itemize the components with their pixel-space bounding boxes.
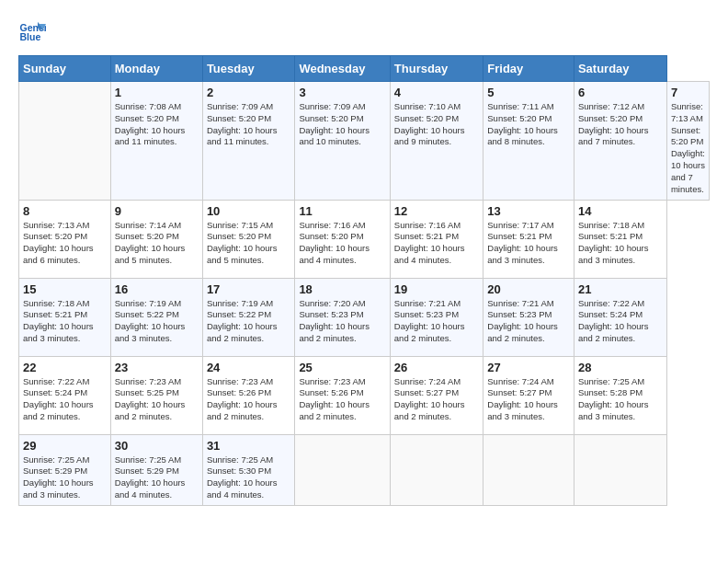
calendar-week-3: 22Sunrise: 7:22 AMSunset: 5:24 PMDayligh… xyxy=(19,356,710,434)
calendar-day-25: 25Sunrise: 7:23 AMSunset: 5:26 PMDayligh… xyxy=(295,356,390,434)
day-info: Sunrise: 7:13 AMSunset: 5:20 PMDaylight:… xyxy=(23,220,107,267)
calendar-day-1: 1Sunrise: 7:08 AMSunset: 5:20 PMDaylight… xyxy=(110,82,202,201)
calendar-day-empty xyxy=(483,434,574,505)
calendar-day-12: 12Sunrise: 7:16 AMSunset: 5:21 PMDayligh… xyxy=(390,200,483,278)
day-number: 22 xyxy=(23,361,107,374)
calendar-day-21: 21Sunrise: 7:22 AMSunset: 5:24 PMDayligh… xyxy=(574,278,666,356)
day-info: Sunrise: 7:24 AMSunset: 5:27 PMDaylight:… xyxy=(394,376,479,423)
day-info: Sunrise: 7:13 AMSunset: 5:20 PMDaylight:… xyxy=(671,101,705,196)
day-number: 19 xyxy=(394,282,479,296)
day-info: Sunrise: 7:11 AMSunset: 5:20 PMDaylight:… xyxy=(487,101,570,148)
day-number: 8 xyxy=(23,204,107,218)
day-number: 6 xyxy=(578,86,663,99)
calendar-day-14: 14Sunrise: 7:18 AMSunset: 5:21 PMDayligh… xyxy=(574,200,666,278)
day-info: Sunrise: 7:09 AMSunset: 5:20 PMDaylight:… xyxy=(299,101,385,148)
calendar-day-23: 23Sunrise: 7:23 AMSunset: 5:25 PMDayligh… xyxy=(110,356,202,434)
calendar-day-5: 5Sunrise: 7:11 AMSunset: 5:20 PMDaylight… xyxy=(483,82,574,201)
calendar-day-22: 22Sunrise: 7:22 AMSunset: 5:24 PMDayligh… xyxy=(19,356,111,434)
day-number: 13 xyxy=(487,204,570,218)
calendar-day-27: 27Sunrise: 7:24 AMSunset: 5:27 PMDayligh… xyxy=(483,356,574,434)
calendar-header-row: SundayMondayTuesdayWednesdayThursdayFrid… xyxy=(19,56,710,82)
calendar-day-6: 6Sunrise: 7:12 AMSunset: 5:20 PMDaylight… xyxy=(574,82,666,201)
day-number: 18 xyxy=(299,282,385,296)
calendar-day-20: 20Sunrise: 7:21 AMSunset: 5:23 PMDayligh… xyxy=(483,278,574,356)
calendar-day-9: 9Sunrise: 7:14 AMSunset: 5:20 PMDaylight… xyxy=(110,200,202,278)
day-number: 23 xyxy=(115,361,199,374)
day-number: 24 xyxy=(207,361,290,374)
calendar-day-19: 19Sunrise: 7:21 AMSunset: 5:23 PMDayligh… xyxy=(390,278,483,356)
calendar-day-26: 26Sunrise: 7:24 AMSunset: 5:27 PMDayligh… xyxy=(390,356,483,434)
day-info: Sunrise: 7:18 AMSunset: 5:21 PMDaylight:… xyxy=(23,298,107,345)
day-number: 27 xyxy=(487,361,570,374)
day-number: 20 xyxy=(487,282,570,296)
day-info: Sunrise: 7:25 AMSunset: 5:28 PMDaylight:… xyxy=(578,376,663,423)
day-info: Sunrise: 7:10 AMSunset: 5:20 PMDaylight:… xyxy=(394,101,479,148)
calendar-day-31: 31Sunrise: 7:25 AMSunset: 5:30 PMDayligh… xyxy=(202,434,294,505)
calendar-table: SundayMondayTuesdayWednesdayThursdayFrid… xyxy=(18,55,710,506)
day-number: 3 xyxy=(299,86,385,99)
day-number: 21 xyxy=(578,282,663,296)
day-info: Sunrise: 7:25 AMSunset: 5:30 PMDaylight:… xyxy=(207,454,290,501)
calendar-day-empty xyxy=(295,434,390,505)
day-info: Sunrise: 7:25 AMSunset: 5:29 PMDaylight:… xyxy=(115,454,199,501)
day-info: Sunrise: 7:22 AMSunset: 5:24 PMDaylight:… xyxy=(578,298,663,345)
calendar-day-4: 4Sunrise: 7:10 AMSunset: 5:20 PMDaylight… xyxy=(390,82,483,201)
day-info: Sunrise: 7:21 AMSunset: 5:23 PMDaylight:… xyxy=(394,298,479,345)
empty-cell xyxy=(19,82,111,201)
header-friday: Friday xyxy=(483,56,574,82)
header-wednesday: Wednesday xyxy=(295,56,390,82)
day-number: 30 xyxy=(115,439,199,453)
day-number: 14 xyxy=(578,204,663,218)
day-info: Sunrise: 7:16 AMSunset: 5:21 PMDaylight:… xyxy=(394,220,479,267)
day-number: 1 xyxy=(115,86,199,99)
logo-icon: General Blue xyxy=(18,18,46,46)
day-info: Sunrise: 7:23 AMSunset: 5:25 PMDaylight:… xyxy=(115,376,199,423)
day-number: 2 xyxy=(207,86,290,99)
day-number: 28 xyxy=(578,361,663,374)
calendar-day-2: 2Sunrise: 7:09 AMSunset: 5:20 PMDaylight… xyxy=(202,82,294,201)
header-tuesday: Tuesday xyxy=(202,56,294,82)
calendar-body: 1Sunrise: 7:08 AMSunset: 5:20 PMDaylight… xyxy=(19,82,710,506)
day-info: Sunrise: 7:23 AMSunset: 5:26 PMDaylight:… xyxy=(207,376,290,423)
day-info: Sunrise: 7:18 AMSunset: 5:21 PMDaylight:… xyxy=(578,220,663,267)
day-number: 11 xyxy=(299,204,385,218)
day-number: 10 xyxy=(207,204,290,218)
calendar-day-7: 7Sunrise: 7:13 AMSunset: 5:20 PMDaylight… xyxy=(666,82,709,201)
day-number: 25 xyxy=(299,361,385,374)
day-info: Sunrise: 7:20 AMSunset: 5:23 PMDaylight:… xyxy=(299,298,385,345)
header-saturday: Saturday xyxy=(574,56,666,82)
day-number: 5 xyxy=(487,86,570,99)
day-number: 31 xyxy=(207,439,290,453)
day-info: Sunrise: 7:21 AMSunset: 5:23 PMDaylight:… xyxy=(487,298,570,345)
day-number: 26 xyxy=(394,361,479,374)
day-number: 12 xyxy=(394,204,479,218)
calendar-day-29: 29Sunrise: 7:25 AMSunset: 5:29 PMDayligh… xyxy=(19,434,111,505)
day-info: Sunrise: 7:19 AMSunset: 5:22 PMDaylight:… xyxy=(207,298,290,345)
calendar-day-3: 3Sunrise: 7:09 AMSunset: 5:20 PMDaylight… xyxy=(295,82,390,201)
day-number: 9 xyxy=(115,204,199,218)
calendar-day-16: 16Sunrise: 7:19 AMSunset: 5:22 PMDayligh… xyxy=(110,278,202,356)
calendar-week-2: 15Sunrise: 7:18 AMSunset: 5:21 PMDayligh… xyxy=(19,278,710,356)
calendar-day-11: 11Sunrise: 7:16 AMSunset: 5:20 PMDayligh… xyxy=(295,200,390,278)
calendar-day-13: 13Sunrise: 7:17 AMSunset: 5:21 PMDayligh… xyxy=(483,200,574,278)
day-number: 17 xyxy=(207,282,290,296)
day-info: Sunrise: 7:14 AMSunset: 5:20 PMDaylight:… xyxy=(115,220,199,267)
page-header: General Blue xyxy=(18,18,710,46)
day-info: Sunrise: 7:22 AMSunset: 5:24 PMDaylight:… xyxy=(23,376,107,423)
day-number: 29 xyxy=(23,439,107,453)
calendar-week-4: 29Sunrise: 7:25 AMSunset: 5:29 PMDayligh… xyxy=(19,434,710,505)
day-info: Sunrise: 7:16 AMSunset: 5:20 PMDaylight:… xyxy=(299,220,385,267)
day-info: Sunrise: 7:24 AMSunset: 5:27 PMDaylight:… xyxy=(487,376,570,423)
calendar-week-0: 1Sunrise: 7:08 AMSunset: 5:20 PMDaylight… xyxy=(19,82,710,201)
calendar-day-28: 28Sunrise: 7:25 AMSunset: 5:28 PMDayligh… xyxy=(574,356,666,434)
logo: General Blue xyxy=(18,18,50,46)
day-info: Sunrise: 7:08 AMSunset: 5:20 PMDaylight:… xyxy=(115,101,199,148)
calendar-day-15: 15Sunrise: 7:18 AMSunset: 5:21 PMDayligh… xyxy=(19,278,111,356)
svg-text:Blue: Blue xyxy=(20,31,41,42)
header-monday: Monday xyxy=(110,56,202,82)
calendar-day-empty xyxy=(390,434,483,505)
calendar-day-30: 30Sunrise: 7:25 AMSunset: 5:29 PMDayligh… xyxy=(110,434,202,505)
calendar-day-17: 17Sunrise: 7:19 AMSunset: 5:22 PMDayligh… xyxy=(202,278,294,356)
calendar-day-8: 8Sunrise: 7:13 AMSunset: 5:20 PMDaylight… xyxy=(19,200,111,278)
day-number: 7 xyxy=(671,86,705,99)
